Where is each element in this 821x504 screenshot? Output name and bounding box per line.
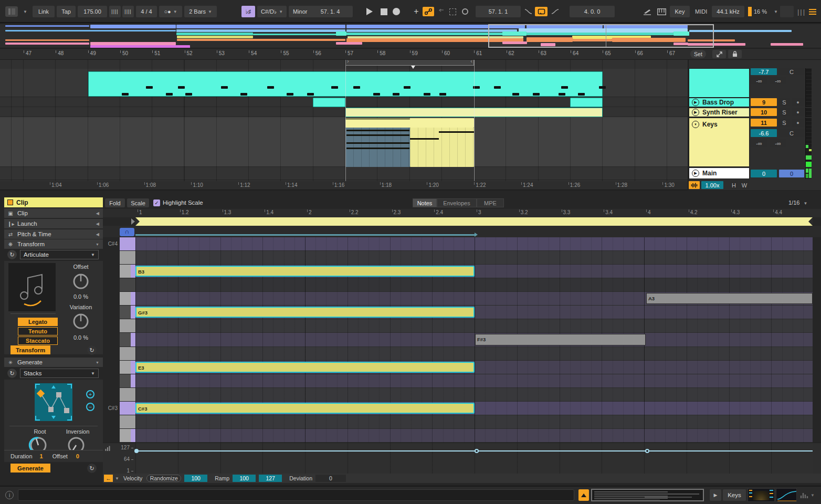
- grid-value-menu[interactable]: 1/16 ▼: [788, 200, 807, 206]
- offset-value[interactable]: 0.0 %: [61, 293, 101, 300]
- punch-out-icon[interactable]: [550, 7, 560, 16]
- lead-pan-field[interactable]: C: [779, 68, 804, 75]
- quantize-menu[interactable]: 2 Bars▼: [184, 6, 217, 17]
- midi-indicator-label[interactable]: MIDI: [695, 6, 707, 17]
- keys-pan-field[interactable]: C: [779, 129, 804, 137]
- keys-send-a-field[interactable]: -∞: [751, 139, 767, 147]
- fold-button[interactable]: Fold: [105, 198, 125, 207]
- transform-refresh-icon[interactable]: ↻: [7, 250, 17, 259]
- randomize-amount-field[interactable]: 100: [184, 475, 207, 482]
- generate-apply-button[interactable]: Generate: [10, 464, 50, 472]
- piano-key-E3[interactable]: [120, 361, 135, 374]
- bass-clip[interactable]: [570, 98, 603, 107]
- play-icon[interactable]: ▶: [692, 99, 699, 106]
- section-generate[interactable]: ✳ Generate▼: [4, 358, 103, 367]
- metronome-button[interactable]: ○●▼: [159, 6, 182, 17]
- cpu-load-value[interactable]: 16 %: [754, 6, 767, 17]
- piano-roll-row-D#3[interactable]: [135, 374, 813, 388]
- bass-drop-solo-button[interactable]: S: [779, 98, 790, 106]
- session-record-button[interactable]: [460, 7, 470, 16]
- velocity-breakpoint[interactable]: [645, 449, 649, 453]
- highlight-scale-checkbox[interactable]: ✓: [153, 200, 160, 206]
- bass-drop-cue-button[interactable]: ●: [792, 98, 804, 106]
- ramp-from-field[interactable]: 100: [233, 475, 256, 482]
- piano-key-F#3[interactable]: [120, 333, 135, 346]
- loop-length-field[interactable]: 4. 0. 0: [570, 6, 615, 17]
- loop-button[interactable]: [535, 7, 548, 16]
- duration-value[interactable]: 1: [40, 453, 43, 459]
- transform-reroll-button[interactable]: ↻: [87, 345, 97, 355]
- time-ruler[interactable]: 1:041:061:081:101:121:141:161:181:201:22…: [0, 181, 688, 190]
- scale-mode-button[interactable]: ♭♯: [241, 6, 255, 17]
- audition-waveform-icon[interactable]: [689, 181, 700, 189]
- piano-key-D3[interactable]: [120, 388, 135, 402]
- generate-refresh-icon[interactable]: ↻: [7, 369, 17, 378]
- piano-roll-row-C3[interactable]: [135, 415, 813, 429]
- stacks-remove-button[interactable]: −: [86, 403, 94, 411]
- lead-send-a-field[interactable]: -∞: [751, 77, 767, 84]
- transform-preset-menu[interactable]: Articulate▼: [20, 250, 99, 259]
- synth-riser-solo-button[interactable]: S: [779, 108, 790, 116]
- staccato-button[interactable]: Staccato: [18, 337, 58, 345]
- clip-beat-ruler[interactable]: 11.21.31.422.22.32.433.23.33.444.24.34.4: [103, 209, 821, 217]
- keys-solo-button[interactable]: S: [779, 119, 790, 127]
- keys-midi-channel[interactable]: 11: [751, 119, 777, 127]
- tab-notes[interactable]: Notes: [413, 198, 437, 207]
- legato-button[interactable]: Legato: [18, 318, 58, 326]
- play-button[interactable]: [364, 7, 375, 16]
- ramp-to-field[interactable]: 127: [259, 475, 282, 482]
- clip-tab[interactable]: Clip: [4, 197, 103, 207]
- piano-roll-row-B2[interactable]: [135, 429, 813, 443]
- stacks-add-button[interactable]: +: [86, 390, 94, 398]
- height-zoom-button[interactable]: H: [730, 181, 738, 189]
- reenable-automation-icon[interactable]: [436, 7, 446, 16]
- variation-knob[interactable]: [71, 311, 90, 331]
- variation-value[interactable]: 0.0 %: [61, 334, 101, 341]
- arrangement-area[interactable]: 1/2 ›‹: [0, 60, 688, 181]
- piano-key-B2[interactable]: [120, 429, 135, 443]
- piano-roll-row-A#3[interactable]: [135, 278, 813, 292]
- piano-key-C3[interactable]: [120, 415, 135, 429]
- playback-speed-field[interactable]: 1.00x: [701, 181, 723, 189]
- offset-knob[interactable]: [71, 271, 90, 291]
- computer-midi-keyboard-icon[interactable]: [655, 7, 668, 16]
- capture-midi-button[interactable]: [447, 7, 458, 16]
- generate-preset-menu[interactable]: Stacks▼: [20, 369, 99, 378]
- velocity-breakpoint[interactable]: [134, 449, 139, 453]
- section-launch[interactable]: ❙▸ Launch◀: [4, 219, 103, 228]
- preview-device-play-button[interactable]: ▶: [710, 489, 721, 501]
- layout-caret-icon[interactable]: ▼: [21, 7, 27, 16]
- device-chain-keys-button[interactable]: Keys: [723, 489, 746, 501]
- add-locator-button[interactable]: +: [412, 7, 421, 16]
- arrangement-loop-brace[interactable]: ›‹: [345, 60, 474, 66]
- midi-note-B3[interactable]: B3: [135, 266, 475, 277]
- info-icon[interactable]: i: [5, 491, 14, 499]
- piano-key-F3[interactable]: [120, 347, 135, 361]
- randomize-button[interactable]: Randomize: [146, 475, 181, 482]
- lane-caret-icon[interactable]: ▼: [113, 475, 121, 482]
- play-icon[interactable]: ▶: [692, 170, 699, 177]
- draw-mode-button[interactable]: [641, 7, 653, 16]
- tab-mpe[interactable]: MPE: [477, 198, 504, 207]
- piano-key-C#4[interactable]: [120, 237, 135, 251]
- tenuto-button[interactable]: Tenuto: [18, 327, 58, 335]
- cpu-caret-icon[interactable]: ▼: [772, 7, 778, 16]
- keys-send-b-field[interactable]: -∞: [770, 139, 786, 147]
- scale-fold-button[interactable]: Scale: [127, 198, 149, 207]
- piano-roll[interactable]: C#4C#3B3A3G#3F#3E3C#3: [103, 237, 821, 443]
- section-pitch-time[interactable]: ⇄ Pitch & Time◀: [4, 229, 103, 239]
- arrangement-overview[interactable]: [0, 24, 821, 48]
- link-button[interactable]: Link: [33, 6, 55, 17]
- stop-button[interactable]: [379, 7, 388, 16]
- show-push-button[interactable]: [578, 489, 589, 501]
- midi-note-E3[interactable]: E3: [135, 362, 475, 373]
- piano-roll-row-F3[interactable]: [135, 347, 813, 361]
- track-header-main[interactable]: ▶ Main: [689, 167, 750, 179]
- synth-riser-cue-button[interactable]: ●: [792, 108, 804, 116]
- device-thumbnail-2[interactable]: [776, 488, 797, 502]
- nudge-up-button[interactable]: ||||: [122, 6, 134, 17]
- synth-riser-midi-channel[interactable]: 10: [751, 108, 777, 116]
- unfold-icon[interactable]: ▼: [692, 121, 699, 128]
- piano-roll-row-D3[interactable]: [135, 388, 813, 402]
- tap-tempo-button[interactable]: Tap: [57, 6, 76, 17]
